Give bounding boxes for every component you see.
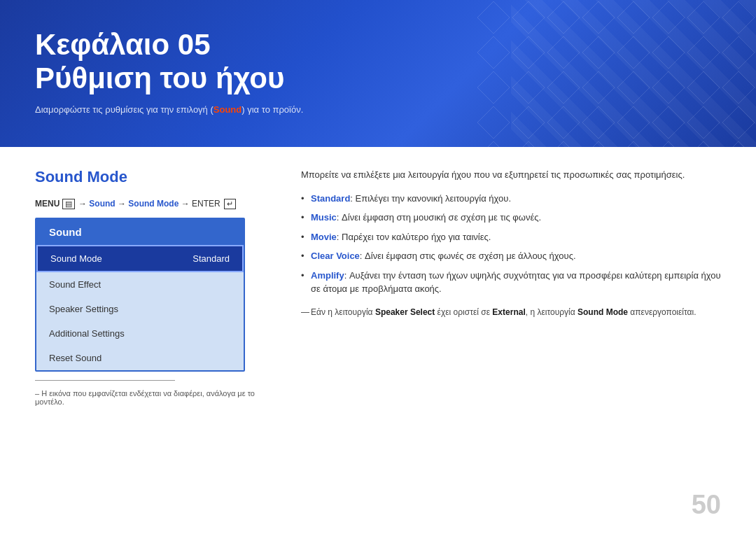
main-content: Sound Mode MENU ▤ → Sound → Sound Mode →…: [0, 147, 756, 427]
term-amplify: Amplify: [311, 270, 344, 281]
term-music: Music: [311, 212, 337, 223]
tv-menu-item-sound-mode[interactable]: Sound Mode Standard: [36, 245, 244, 272]
divider-line: [35, 380, 175, 381]
menu-item-value-sound-mode: Standard: [192, 253, 230, 264]
tv-menu-box: Sound Sound Mode Standard Sound Effect S…: [35, 218, 245, 372]
bullet-movie: Movie: Παρέχει τον καλύτερο ήχο για ταιν…: [301, 230, 721, 244]
term-standard: Standard: [311, 193, 350, 204]
menu-item-label-reset-sound: Reset Sound: [49, 353, 102, 363]
menu-item-label-sound-effect: Sound Effect: [49, 279, 101, 290]
section-title: Sound Mode: [35, 168, 273, 186]
tv-menu-item-sound-effect[interactable]: Sound Effect: [36, 272, 244, 297]
bullet-amplify: Amplify: Αυξάνει την ένταση των ήχων υψη…: [301, 269, 721, 296]
note-term-sound-mode: Sound Mode: [578, 307, 628, 317]
text-amplify: : Αυξάνει την ένταση των ήχων υψηλής συχ…: [311, 270, 721, 295]
text-standard: : Επιλέγει την κανονική λειτουργία ήχου.: [350, 193, 511, 204]
text-movie: : Παρέχει τον καλύτερο ήχο για ταινίες.: [337, 232, 491, 242]
menu-item-label-speaker-settings: Speaker Settings: [49, 304, 118, 314]
bullet-music: Music: Δίνει έμφαση στη μουσική σε σχέση…: [301, 211, 721, 225]
text-clear-voice: : Δίνει έμφαση στις φωνές σε σχέση με άλ…: [360, 251, 576, 261]
left-column: Sound Mode MENU ▤ → Sound → Sound Mode →…: [35, 168, 273, 406]
menu-item-label-additional-settings: Additional Settings: [49, 328, 125, 339]
term-clear-voice: Clear Voice: [311, 251, 360, 261]
tv-menu-item-reset-sound[interactable]: Reset Sound: [36, 346, 244, 370]
tv-menu-item-additional-settings[interactable]: Additional Settings: [36, 321, 244, 346]
tv-menu-item-speaker-settings[interactable]: Speaker Settings: [36, 297, 244, 321]
menu-path: MENU ▤ → Sound → Sound Mode → ENTER ↵: [35, 199, 273, 209]
note-term-speaker-select: Speaker Select: [375, 307, 435, 317]
text-music: : Δίνει έμφαση στη μουσική σε σχέση με τ…: [337, 212, 541, 223]
bullet-standard: Standard: Επιλέγει την κανονική λειτουργ…: [301, 192, 721, 206]
right-column: Μπορείτε να επιλέξετε μια λειτουργία ήχο…: [301, 168, 721, 406]
header-title: Κεφάλαιο 05 Ρύθμιση του ήχου: [35, 28, 721, 96]
note-line: Εάν η λειτουργία Speaker Select έχει ορι…: [301, 306, 721, 318]
header-subtitle: Διαμορφώστε τις ρυθμίσεις για την επιλογ…: [35, 104, 721, 115]
page-number: 50: [692, 490, 721, 520]
term-movie: Movie: [311, 232, 337, 242]
note-term-external: External: [492, 307, 525, 317]
menu-item-label-sound-mode: Sound Mode: [50, 253, 102, 264]
footnote-image: – Η εικόνα που εμφανίζεται ενδέχεται να …: [35, 389, 273, 406]
intro-text: Μπορείτε να επιλέξετε μια λειτουργία ήχο…: [301, 168, 721, 182]
tv-menu-header: Sound: [36, 219, 244, 245]
bullet-list: Standard: Επιλέγει την κανονική λειτουργ…: [301, 192, 721, 296]
bullet-clear-voice: Clear Voice: Δίνει έμφαση στις φωνές σε …: [301, 249, 721, 263]
header-banner: Κεφάλαιο 05 Ρύθμιση του ήχου Διαμορφώστε…: [0, 0, 756, 147]
